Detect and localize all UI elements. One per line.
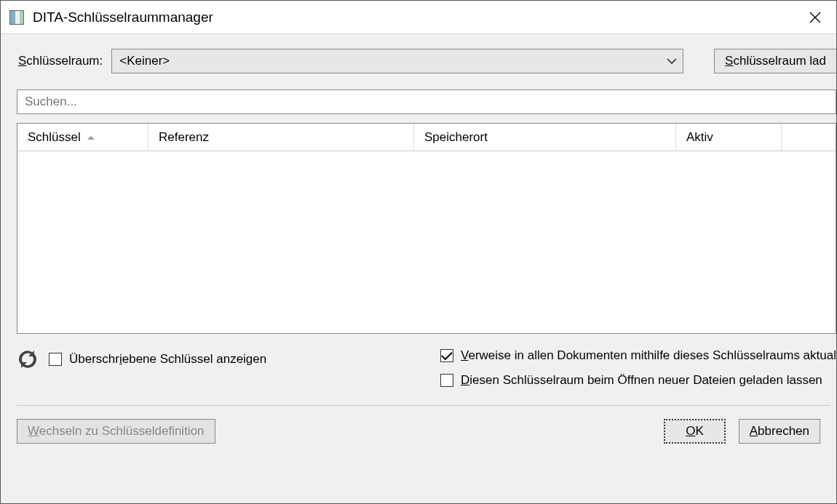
footer: Wechseln zu Schlüsseldefinition OK Abbre…	[1, 406, 836, 460]
column-header-key[interactable]: Schlüssel	[17, 124, 148, 151]
column-header-active[interactable]: Aktiv	[676, 124, 782, 151]
table-header: Schlüssel Referenz Speicherort Aktiv	[17, 124, 836, 151]
ok-button[interactable]: OK	[664, 419, 726, 444]
show-overridden-checkbox[interactable]: Überschriebene Schlüssel anzeigen	[49, 352, 266, 367]
keyspace-label: Schlüsselraum:	[18, 54, 103, 68]
dialog-window: DITA-Schlüsselraummanager Schlüsselraum:…	[0, 0, 837, 504]
sort-asc-icon	[87, 135, 95, 140]
options-row: Überschriebene Schlüssel anzeigen Verwei…	[17, 348, 836, 388]
update-refs-checkbox[interactable]: Verweise in allen Dokumenten mithilfe di…	[440, 348, 836, 363]
checkbox-icon	[49, 353, 62, 366]
column-header-location[interactable]: Speicherort	[414, 124, 676, 151]
client-area: Schlüsselraum: <Keiner> Schlüsselraum la…	[1, 34, 836, 503]
refresh-icon[interactable]	[17, 348, 39, 370]
keyspace-row: Schlüsselraum: <Keiner> Schlüsselraum la…	[1, 49, 836, 73]
checkbox-icon	[440, 349, 453, 362]
app-icon	[9, 10, 24, 25]
keep-loaded-checkbox[interactable]: Diesen Schlüsselraum beim Öffnen neuer D…	[440, 373, 836, 388]
search-row	[17, 89, 836, 114]
keyspace-combo-value: <Keiner>	[119, 54, 667, 68]
titlebar: DITA-Schlüsselraummanager	[1, 1, 836, 34]
chevron-down-icon	[667, 57, 677, 65]
cancel-button[interactable]: Abbrechen	[739, 419, 820, 444]
keys-table: Schlüssel Referenz Speicherort Aktiv	[17, 123, 836, 334]
keyspace-combo[interactable]: <Keiner>	[111, 49, 683, 73]
load-keyspace-button[interactable]: Schlüsselraum lad	[714, 49, 836, 73]
checkbox-icon	[440, 374, 453, 387]
search-input[interactable]	[17, 89, 836, 114]
close-icon[interactable]	[797, 1, 833, 34]
column-header-reference[interactable]: Referenz	[148, 124, 414, 151]
window-title: DITA-Schlüsselraummanager	[33, 9, 797, 25]
column-header-spacer	[782, 124, 836, 151]
goto-definition-button: Wechseln zu Schlüsseldefinition	[17, 419, 215, 444]
